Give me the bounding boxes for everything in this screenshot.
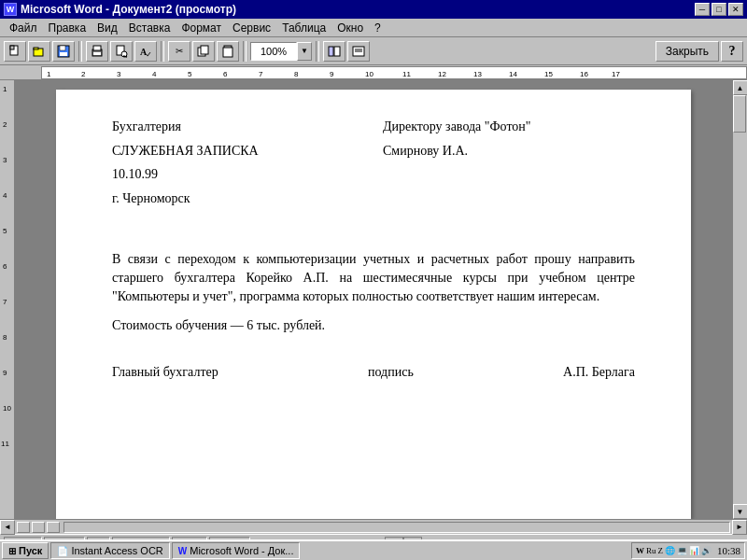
doc-position: Главный бухгалтер bbox=[112, 363, 218, 382]
windows-flag-icon: ⊞ bbox=[8, 546, 16, 556]
to-person-text: Смирнову И.А. bbox=[383, 144, 468, 158]
left-ruler-mark: 6 bbox=[3, 262, 7, 271]
minimize-button[interactable]: ─ bbox=[695, 3, 710, 16]
city-text: г. Черноморск bbox=[112, 191, 190, 205]
menu-file[interactable]: Файл bbox=[4, 21, 43, 35]
menu-table[interactable]: Таблица bbox=[276, 21, 331, 35]
scroll-left-button[interactable]: ◄ bbox=[0, 520, 15, 535]
doc-from: Бухгалтерия bbox=[112, 118, 364, 136]
body1-text: В связи с переходом к компьютеризации уч… bbox=[112, 252, 635, 302]
ruler-mark: 10 bbox=[365, 70, 374, 78]
date-text: 10.10.99 bbox=[112, 167, 158, 181]
toolbar: A✓ ✂ 100% ▼ Закрыть ? bbox=[0, 37, 747, 65]
taskbar-item-word[interactable]: W Microsoft Word - Док... bbox=[172, 542, 301, 559]
scroll-right-button[interactable]: ► bbox=[732, 520, 747, 535]
toolbar-print[interactable] bbox=[86, 41, 108, 62]
toolbar-spell[interactable]: A✓ bbox=[134, 41, 157, 62]
menu-help[interactable]: ? bbox=[369, 21, 387, 35]
toolbar-cut[interactable]: ✂ bbox=[168, 41, 190, 62]
scroll-up-button[interactable]: ▲ bbox=[733, 80, 748, 95]
page-view-button[interactable] bbox=[47, 522, 60, 533]
scroll-down-button[interactable]: ▼ bbox=[733, 504, 748, 519]
ruler-mark: 17 bbox=[612, 70, 620, 78]
from-text: Бухгалтерия bbox=[112, 119, 181, 133]
left-ruler-mark: 1 bbox=[3, 85, 7, 93]
maximize-button[interactable]: □ bbox=[712, 3, 726, 16]
help-button[interactable]: ? bbox=[721, 41, 743, 62]
view-buttons bbox=[15, 522, 62, 533]
toolbar-view-doc[interactable] bbox=[347, 41, 370, 62]
ruler-mark: 4 bbox=[152, 70, 156, 78]
svg-rect-19 bbox=[329, 47, 333, 56]
scroll-track[interactable] bbox=[733, 95, 748, 504]
scroll-area: Бухгалтерия Директору завода "Фотон" СЛУ… bbox=[15, 80, 732, 519]
outline-view-button[interactable] bbox=[32, 522, 45, 533]
svg-rect-1 bbox=[10, 46, 14, 49]
horizontal-scroll-area: ◄ ► bbox=[0, 519, 747, 534]
close-button[interactable]: Закрыть bbox=[655, 41, 719, 62]
window-title: Microsoft Word - Документ2 (просмотр) bbox=[21, 3, 236, 16]
doc-header-row: Бухгалтерия Директору завода "Фотон" bbox=[112, 118, 635, 136]
ruler-mark: 7 bbox=[259, 70, 262, 78]
doc-to-person: Смирнову И.А. bbox=[364, 142, 635, 161]
zoom-dropdown[interactable]: ▼ bbox=[297, 42, 312, 61]
toolbar-separator-1 bbox=[78, 41, 82, 62]
position-text: Главный бухгалтер bbox=[112, 365, 218, 379]
left-ruler: 1 2 3 4 5 6 7 8 9 10 11 bbox=[0, 80, 15, 519]
svg-rect-18 bbox=[223, 48, 233, 57]
doc-spacer bbox=[112, 213, 635, 250]
svg-rect-20 bbox=[334, 47, 340, 56]
left-ruler-mark: 4 bbox=[3, 191, 7, 200]
menu-bar: Файл Правка Вид Вставка Формат Сервис Та… bbox=[0, 19, 747, 37]
title-bar-buttons: ─ □ ✕ bbox=[695, 3, 743, 16]
start-button[interactable]: ⊞ Пуск bbox=[2, 542, 49, 559]
ruler: 1 2 3 4 5 6 7 8 9 10 11 12 13 14 15 16 1… bbox=[0, 65, 747, 80]
start-label: Пуск bbox=[19, 545, 42, 556]
ruler-mark: 1 bbox=[47, 70, 50, 78]
taskbar-tray: W Ru Z 🌐 💻 📊 🔊 10:38 bbox=[631, 542, 745, 559]
toolbar-open[interactable] bbox=[28, 41, 50, 62]
menu-format[interactable]: Формат bbox=[176, 21, 227, 35]
horizontal-scroll-track[interactable] bbox=[63, 522, 730, 533]
close-window-button[interactable]: ✕ bbox=[728, 3, 743, 16]
menu-edit[interactable]: Правка bbox=[43, 21, 92, 35]
document-area: 1 2 3 4 5 6 7 8 9 10 11 Бухгалтерия Дире… bbox=[0, 80, 747, 519]
toolbar-copy[interactable] bbox=[192, 41, 215, 62]
svg-rect-3 bbox=[34, 48, 38, 49]
normal-view-button[interactable] bbox=[17, 522, 30, 533]
ocr-icon: 📄 bbox=[57, 546, 68, 556]
menu-view[interactable]: Вид bbox=[92, 21, 123, 35]
menu-window[interactable]: Окно bbox=[331, 21, 369, 35]
tray-icon-1: W bbox=[636, 546, 644, 555]
zoom-input[interactable]: 100% bbox=[250, 42, 297, 61]
word-app-icon: W bbox=[4, 3, 17, 16]
toolbar-new[interactable] bbox=[4, 41, 26, 62]
menu-tools[interactable]: Сервис bbox=[227, 21, 276, 35]
ruler-mark: 15 bbox=[544, 70, 553, 78]
svg-rect-8 bbox=[93, 46, 101, 50]
tray-icon-3: Z bbox=[657, 546, 663, 555]
document-page: Бухгалтерия Директору завода "Фотон" СЛУ… bbox=[56, 90, 691, 519]
taskbar-item-ocr[interactable]: 📄 Instant Access OCR bbox=[50, 542, 169, 559]
left-ruler-mark: 2 bbox=[3, 120, 7, 129]
scroll-thumb[interactable] bbox=[733, 95, 746, 133]
toolbar-save[interactable] bbox=[52, 41, 75, 62]
clock: 10:38 bbox=[717, 545, 740, 556]
ruler-mark: 9 bbox=[330, 70, 333, 78]
menu-insert[interactable]: Вставка bbox=[123, 21, 176, 35]
toolbar-printpreview[interactable] bbox=[110, 41, 133, 62]
title-bar-left: W Microsoft Word - Документ2 (просмотр) bbox=[4, 3, 236, 16]
toolbar-doc-map[interactable] bbox=[323, 41, 345, 62]
svg-rect-5 bbox=[60, 46, 65, 50]
ruler-mark: 12 bbox=[438, 70, 446, 78]
ruler-mark: 2 bbox=[81, 70, 85, 78]
toolbar-paste[interactable] bbox=[217, 41, 239, 62]
tray-icon-4: 🌐 bbox=[665, 546, 675, 555]
svg-rect-16 bbox=[201, 46, 208, 54]
toolbar-separator-2 bbox=[161, 41, 164, 62]
doc-city: г. Черноморск bbox=[112, 189, 635, 208]
doc-body-paragraph2: Стоимость обучения — 6 тыс. рублей. bbox=[112, 316, 635, 335]
body2-text: Стоимость обучения — 6 тыс. рублей. bbox=[112, 318, 325, 332]
svg-rect-9 bbox=[93, 52, 101, 55]
tray-icon-5: 💻 bbox=[677, 546, 687, 555]
